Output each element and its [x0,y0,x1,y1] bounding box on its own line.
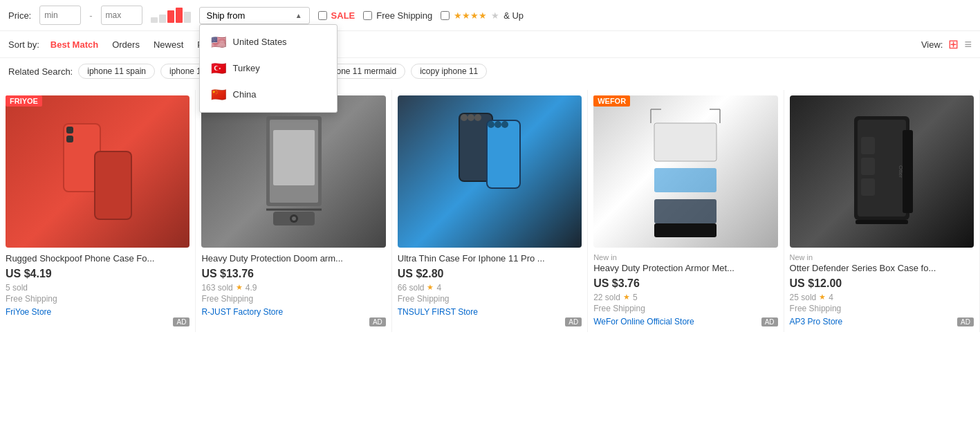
product-image-5: Otter [790,95,974,248]
product-free-shipping-2: Free Shipping [201,294,385,304]
product-store-4[interactable]: WeFor Online Official Store [593,317,694,326]
us-flag-icon: 🇺🇸 [211,35,226,50]
price-bar-5 [184,12,191,23]
svg-point-18 [468,114,474,121]
price-bar-3 [167,10,174,23]
product-ad-badge-4: AD [761,317,778,326]
svg-rect-8 [273,130,315,185]
product-store-5[interactable]: AP3 Pro Store [790,317,843,326]
ship-from-button[interactable]: Ship from ▲ [199,7,310,24]
star-empty-icon: ★ [491,10,499,21]
product-free-shipping-5: Free Shipping [790,304,974,313]
view-controls: View: ⊞ ≡ [921,37,972,52]
svg-point-19 [474,114,481,121]
product-image-4 [593,95,777,248]
svg-rect-24 [654,168,716,192]
sort-best-match[interactable]: Best Match [48,38,101,51]
product-price-4: US $3.76 [593,277,777,290]
svg-point-22 [501,121,508,128]
sort-orders[interactable]: Orders [109,38,142,51]
product-card-3[interactable]: Ultra Thin Case For Iphone 11 Pro ... US… [392,90,588,332]
ship-from-menu: 🇺🇸 United States 🇹🇷 Turkey 🇨🇳 China [199,24,338,113]
product-new-in-4: New in [593,253,777,261]
product-title-4: Heavy Duty Protection Armor Met... [593,263,777,275]
list-view-icon[interactable]: ≡ [964,37,972,52]
related-tag-0[interactable]: iphone 11 spain [78,64,155,79]
price-min-input[interactable] [39,6,81,25]
ship-from-turkey[interactable]: 🇹🇷 Turkey [200,55,337,82]
related-tag-4[interactable]: icopy iphone 11 [411,64,487,79]
svg-point-20 [488,121,494,128]
svg-rect-34 [861,158,875,175]
free-shipping-checkbox[interactable] [363,11,372,20]
product-free-shipping-1: Free Shipping [6,294,189,304]
grid-view-icon[interactable]: ⊞ [948,37,959,52]
price-bar-1 [151,17,158,23]
price-max-input[interactable] [101,6,142,25]
svg-rect-5 [66,136,73,142]
product-store-2[interactable]: R-JUST Factory Store [201,307,283,317]
svg-point-21 [494,121,501,128]
price-label: Price: [8,10,31,21]
sort-by-label: Sort by: [8,39,39,50]
svg-rect-26 [654,223,716,237]
product-ad-badge-3: AD [565,317,582,326]
sale-checkbox[interactable] [318,11,327,20]
related-search-bar: Related Search: iphone 11 spain iphone 1… [0,58,980,84]
ship-from-us[interactable]: 🇺🇸 United States [200,29,337,55]
product-card-5[interactable]: Otter New in Otter Defender Series Box C… [784,90,980,332]
china-flag-icon: 🇨🇳 [211,87,226,102]
svg-rect-25 [654,199,716,223]
product-price-2: US $13.76 [201,268,385,280]
product-sold-5: 25 sold ★ 4 [790,293,974,302]
turkey-label: Turkey [233,63,260,73]
product-image-2 [201,95,385,248]
free-shipping-label: Free Shipping [376,10,432,21]
stars-checkbox[interactable] [441,11,450,20]
star-icon-5: ★ [819,293,826,302]
product-store-1[interactable]: FriYoe Store [6,307,51,317]
product-store-3[interactable]: TNSULY FIRST Store [398,307,478,317]
product-sold-1: 5 sold [6,283,189,293]
price-separator: - [89,10,92,21]
svg-text:Otter: Otter [898,165,904,178]
sort-bar: Sort by: Best Match Orders Newest Price … [0,31,980,58]
price-range-visual [151,8,191,23]
stars-filter-group: ★★★★ ★ & Up [441,10,524,21]
product-sold-2: 163 sold ★ 4.9 [201,283,385,293]
product-title-2: Heavy Duty Protection Doom arm... [201,253,385,265]
svg-rect-3 [95,152,131,219]
svg-rect-38 [856,220,908,224]
product-title-3: Ultra Thin Case For Iphone 11 Pro ... [398,253,582,265]
sale-filter-group: SALE [318,10,355,21]
product-sold-4: 22 sold ★ 5 [593,293,777,302]
product-card-2[interactable]: Heavy Duty Protection Doom arm... US $13… [196,90,391,332]
china-label: China [233,89,257,100]
product-price-1: US $4.19 [6,268,189,280]
product-ad-badge-5: AD [957,317,974,326]
star-icon-4: ★ [623,293,630,302]
ship-from-label: Ship from [207,10,246,21]
sort-newest[interactable]: Newest [151,38,186,51]
sale-label: SALE [331,10,355,21]
star-icon-3: ★ [427,283,434,292]
product-free-shipping-3: Free Shipping [398,294,582,304]
product-card-1[interactable]: FRIYOE Rugged Shockpoof Phone Case Fo...… [0,90,196,332]
product-image-3 [398,95,582,248]
view-label: View: [921,39,943,50]
products-grid: FRIYOE Rugged Shockpoof Phone Case Fo...… [0,84,980,338]
svg-point-17 [461,114,468,121]
ship-from-china[interactable]: 🇨🇳 China [200,82,337,108]
price-bar-2 [159,15,166,23]
product-price-5: US $12.00 [790,277,974,290]
star-icon-2: ★ [236,283,243,292]
product-new-in-5: New in [790,253,974,261]
chevron-up-icon: ▲ [295,12,302,19]
ship-from-dropdown: Ship from ▲ 🇺🇸 United States 🇹🇷 Turkey 🇨… [199,7,310,24]
product-ad-badge-2: AD [369,317,386,326]
svg-rect-16 [488,121,519,187]
product-price-3: US $2.80 [398,268,582,280]
product-badge-4: WEFOR [593,95,630,107]
product-card-4[interactable]: WEFOR New in Heavy Duty Protection Armor… [588,90,784,332]
product-badge-1: FRIYOE [6,95,42,107]
